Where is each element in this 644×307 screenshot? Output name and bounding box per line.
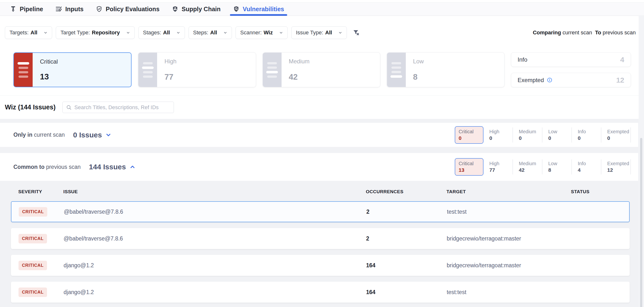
issue-cell: django@1.2	[64, 262, 366, 269]
severity-badge: CRITICAL	[18, 234, 47, 244]
tab-bar: Pipeline Inputs Policy Evaluations Suppl…	[0, 2, 644, 16]
filter-target-type[interactable]: Target Type: Repository	[56, 26, 135, 39]
results-body: Only in current scan 0 Issues Critical 0…	[0, 119, 644, 307]
severity-card-label: High	[164, 58, 249, 65]
supply-chain-icon	[172, 6, 178, 12]
issue-cell: django@1.2	[64, 289, 366, 296]
scrollbar-thumb[interactable]	[640, 138, 642, 307]
section-only-in-current: Only in current scan 0 Issues Critical 0…	[0, 123, 638, 147]
tab-label: Pipeline	[20, 6, 43, 13]
severity-card-info[interactable]: Info 4	[511, 52, 631, 67]
col-severity: SEVERITY	[18, 189, 63, 194]
issues-toggle[interactable]: 0 Issues	[73, 131, 112, 139]
pill-low[interactable]: Low 8	[542, 159, 572, 174]
search-icon	[66, 104, 72, 110]
search-input[interactable]	[74, 104, 170, 110]
tab-supply-chain[interactable]: Supply Chain	[172, 2, 221, 16]
chevron-down-icon	[105, 132, 112, 138]
tab-policy-evaluations[interactable]: Policy Evaluations	[96, 2, 160, 16]
severity-card-count: 77	[164, 72, 249, 82]
section-common-to-previous: Common to previous scan 144 Issues Criti…	[0, 153, 638, 181]
comparing-text: Comparing current scan To previous scan	[533, 30, 636, 36]
target-cell: test:test	[447, 208, 572, 215]
filter-bar: Targets: All Target Type: Repository Sta…	[0, 24, 644, 42]
filter-value: Repository	[92, 30, 120, 36]
tab-label: Vulnerabilities	[243, 6, 284, 13]
col-issue: ISSUE	[63, 189, 366, 194]
section-label: Only in current scan	[14, 132, 65, 138]
vulnerabilities-page: Pipeline Inputs Policy Evaluations Suppl…	[0, 0, 644, 307]
pill-critical[interactable]: Critical 13	[455, 158, 484, 176]
pill-high[interactable]: High 0	[484, 128, 513, 142]
section-label: Common to previous scan	[14, 164, 80, 170]
filter-targets[interactable]: Targets: All	[5, 26, 52, 39]
severity-card-count: 8	[413, 72, 497, 82]
severity-badge: CRITICAL	[18, 288, 47, 297]
issues-table: CRITICAL @babel/traverse@7.8.6 2 test:te…	[11, 201, 630, 302]
tab-label: Policy Evaluations	[106, 6, 160, 13]
issues-count: 0 Issues	[73, 131, 102, 139]
scrollbar-track[interactable]	[639, 16, 644, 307]
issues-toggle[interactable]: 144 Issues	[89, 163, 136, 171]
pill-low[interactable]: Low 0	[542, 128, 572, 142]
severity-card-high[interactable]: High 77	[138, 52, 256, 87]
filter-steps[interactable]: Steps: All	[188, 26, 232, 39]
severity-card-low[interactable]: Low 8	[387, 52, 504, 87]
occurrences-cell: 164	[366, 262, 447, 269]
chevron-down-icon	[43, 30, 48, 35]
target-cell: bridgecrewio/terragoat:master	[447, 262, 571, 269]
filter-stages[interactable]: Stages: All	[138, 26, 185, 39]
table-row[interactable]: CRITICAL @babel/traverse@7.8.6 2 test:te…	[11, 201, 630, 222]
filter-value: Wiz	[264, 30, 273, 36]
severity-meter-icon	[387, 53, 406, 87]
severity-card-label: Medium	[289, 58, 373, 65]
issues-count: 144 Issues	[89, 163, 126, 171]
filter-scanner[interactable]: Scanner: Wiz	[236, 26, 288, 39]
severity-card-count: 13	[40, 72, 124, 82]
target-cell: bridgecrewio/terragoat:master	[447, 235, 571, 242]
filter-label: Stages:	[143, 30, 161, 36]
search-box[interactable]	[62, 102, 174, 113]
tab-label: Supply Chain	[182, 6, 221, 13]
pill-exempted[interactable]: Exempted 12	[602, 159, 631, 174]
chevron-down-icon	[176, 30, 181, 35]
col-status: STATUS	[571, 189, 630, 194]
severity-badge: CRITICAL	[19, 207, 47, 216]
info-icon[interactable]	[547, 77, 552, 83]
scanner-header: Wiz (144 Issues)	[0, 96, 644, 119]
tab-label: Inputs	[65, 6, 84, 13]
pill-exempted[interactable]: Exempted 0	[602, 128, 631, 142]
policy-evaluations-icon	[96, 6, 102, 12]
pill-info[interactable]: Info 4	[572, 159, 602, 174]
chevron-down-icon	[338, 30, 343, 35]
table-row[interactable]: CRITICAL @babel/traverse@7.8.6 2 bridgec…	[11, 228, 630, 249]
tab-inputs[interactable]: Inputs	[55, 2, 84, 16]
side-card-count: 4	[620, 56, 624, 64]
pill-info[interactable]: Info 0	[572, 128, 602, 142]
filter-issue-type[interactable]: Issue Type: All	[291, 26, 347, 39]
table-row[interactable]: CRITICAL django@1.2 164 test:test	[11, 282, 630, 302]
tab-vulnerabilities[interactable]: Vulnerabilities	[233, 2, 284, 16]
filter-label: Steps:	[193, 30, 208, 36]
occurrences-cell: 164	[366, 289, 447, 296]
filter-label: Target Type:	[60, 30, 90, 36]
severity-meter-icon	[263, 53, 282, 87]
filter-label: Targets:	[10, 30, 28, 36]
tab-pipeline[interactable]: Pipeline	[10, 2, 43, 16]
table-row[interactable]: CRITICAL django@1.2 164 bridgecrewio/ter…	[11, 255, 630, 276]
pill-medium[interactable]: Medium 42	[513, 159, 542, 174]
filter-value: All	[210, 30, 217, 36]
side-cards-column: Info 4 Exempted 12	[511, 52, 631, 87]
filter-value: All	[30, 30, 37, 36]
occurrences-cell: 2	[366, 208, 447, 215]
severity-pills: Critical 13 High 77 Medium 42 Low 8 Info	[455, 158, 631, 176]
chevron-down-icon	[279, 30, 284, 35]
pipeline-icon	[10, 6, 16, 12]
pill-high[interactable]: High 77	[484, 159, 513, 174]
pill-critical[interactable]: Critical 0	[455, 126, 484, 144]
pill-medium[interactable]: Medium 0	[513, 128, 542, 142]
severity-card-critical[interactable]: Critical 13	[14, 52, 132, 87]
severity-card-exempted[interactable]: Exempted 12	[511, 73, 631, 87]
severity-card-medium[interactable]: Medium 42	[262, 52, 380, 87]
clear-filters-icon[interactable]	[352, 29, 360, 36]
